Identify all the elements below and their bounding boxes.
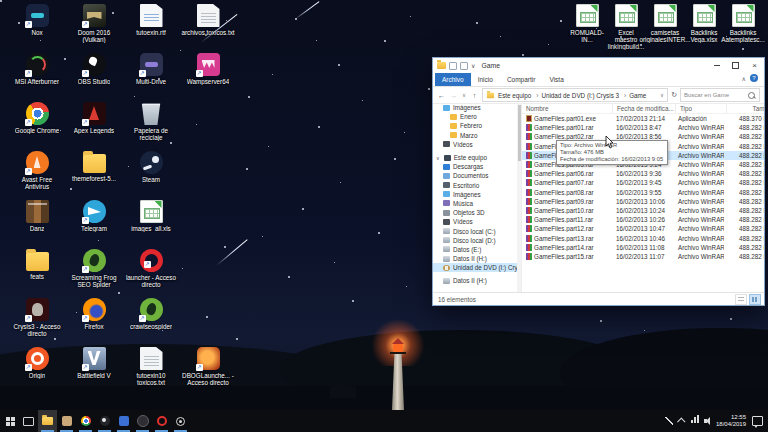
nav-item[interactable]: Datos II (H:) [433,276,521,285]
nav-item[interactable]: Disco local (C:) [433,226,521,235]
nav-item[interactable]: Documentos [433,171,521,180]
nav-item[interactable]: Vídeos [433,217,521,226]
nav-scrollbar[interactable] [517,103,521,293]
history-dropdown-icon[interactable]: ∨ [461,92,467,98]
desktop-icon[interactable]: Avast Free Antivirus [10,151,64,190]
file-row[interactable]: GameFiles.part15.rar 16/02/2013 11:07 Ar… [522,252,764,261]
chevron-down-icon[interactable]: ∨ [471,62,475,69]
desktop-icon[interactable]: tutoexin10 toxicos.txt [124,347,178,386]
desktop-icon[interactable]: Apex Legends [67,102,121,141]
desktop-icon[interactable]: Firefox [67,298,121,337]
file-row[interactable]: GameFiles.part01.rar 16/02/2013 8:47 Arc… [522,123,764,132]
desktop-icon[interactable]: Origin [10,347,64,386]
desktop-icon[interactable]: Steam [124,151,178,190]
task-view-button[interactable] [19,410,38,432]
file-row[interactable]: GameFiles.part09.rar 16/02/2013 10:06 Ar… [522,197,764,206]
desktop-icon[interactable]: Backlinks Aatemplatesc... [724,4,762,50]
desktop-icon[interactable]: camisetas originalesINTER... [646,4,684,50]
file-row[interactable]: GameFiles.part07.rar 16/02/2013 9:45 Arc… [522,178,764,187]
file-row[interactable]: GameFiles.part12.rar 16/02/2013 10:47 Ar… [522,224,764,233]
details-view-icon[interactable] [749,294,761,305]
taskbar-settings[interactable] [171,410,190,432]
taskbar-chrome[interactable] [76,410,95,432]
desktop-icon[interactable]: themeforest-5... [67,151,121,190]
desktop-icon[interactable]: Danz [10,200,64,232]
chevron-up-icon[interactable]: ∧ [742,75,746,82]
title-bar[interactable]: ∨ Game × [433,58,764,73]
nav-item[interactable]: Este equipo [433,153,521,162]
desktop-icon[interactable]: tutoexin.rtf [124,4,178,43]
nav-item[interactable]: Unidad de DVD (I:) Cry [433,263,521,272]
file-row[interactable]: GameFiles.part06.rar 16/02/2013 9:36 Arc… [522,169,764,178]
column-header-size[interactable]: Tamaño [727,103,764,113]
start-button[interactable] [0,410,19,432]
address-dropdown-icon[interactable]: ∨ [660,92,664,98]
taskbar-blue-app[interactable] [114,410,133,432]
search-input[interactable] [681,92,748,98]
desktop-icon[interactable]: Nox [10,4,64,43]
desktop-icon[interactable]: Screaming Frog SEO Spider [67,249,121,288]
desktop-icon[interactable]: Papelera de reciclaje [124,102,178,141]
desktop-icon[interactable]: Crysis3 - Acceso directo [10,298,64,337]
desktop-icon[interactable]: Backlinks Vega.xlsx [685,4,723,50]
volume-icon[interactable] [704,419,707,423]
taskbar-clock[interactable]: 12:55 18/04/2019 [716,414,746,428]
help-icon[interactable]: ? [750,74,758,82]
desktop-icon[interactable]: feats [10,249,64,288]
action-center-icon[interactable] [752,416,763,426]
nav-item[interactable]: Imágenes [433,190,521,199]
desktop-icon[interactable]: images_all.xls [124,200,178,232]
column-header-type[interactable]: Tipo [676,103,727,113]
nav-item[interactable]: Objetos 3D [433,208,521,217]
breadcrumb-item[interactable]: Game [620,92,647,99]
desktop-icon[interactable]: ROMUALD-IN... [568,4,606,50]
desktop-icon[interactable]: MSI Afterburner [10,53,64,85]
column-header-name[interactable]: Nombre [522,103,613,113]
desktop-icon[interactable]: Multi-Drive [124,53,178,85]
minimize-button[interactable] [707,58,726,73]
file-row[interactable]: GameFiles.part08.rar 16/02/2013 9:55 Arc… [522,188,764,197]
desktop-icon[interactable]: archivos toxicos.txt [181,4,235,43]
taskbar-nox[interactable] [57,410,76,432]
breadcrumb[interactable]: Este equipo Unidad de DVD (I:) Crysis 3 … [482,88,668,102]
ribbon-tab[interactable]: Inicio [471,73,500,86]
desktop-icon[interactable]: Google Chrome [10,102,64,141]
ribbon-tab[interactable]: Archivo [435,73,471,86]
nav-item[interactable]: Marzo [433,131,521,140]
taskbar-opera[interactable] [152,410,171,432]
tray-chevron-up-icon[interactable] [677,417,685,425]
nav-item[interactable]: Escritorio [433,181,521,190]
breadcrumb-item[interactable]: Este equipo [497,92,532,99]
desktop-icon[interactable]: crawlseospider [124,298,178,337]
file-row[interactable]: GameFiles.part14.rar 16/02/2013 11:08 Ar… [522,243,764,252]
file-row[interactable]: GameFiles.part13.rar 16/02/2013 10:46 Ar… [522,233,764,242]
nav-item[interactable]: Enero [433,112,521,121]
file-row[interactable]: GameFiles.part11.rar 16/02/2013 10:26 Ar… [522,215,764,224]
list-view-icon[interactable] [735,294,747,305]
breadcrumb-item[interactable]: Unidad de DVD (I:) Crysis 3 [532,92,620,99]
quick-access-button[interactable] [460,62,468,70]
column-header-date[interactable]: Fecha de modifica... [613,103,676,113]
maximize-button[interactable] [726,58,745,73]
taskbar-file-explorer[interactable] [38,410,57,432]
desktop-icon[interactable]: Telegram [67,200,121,232]
quick-access-button[interactable] [449,62,457,70]
nav-item[interactable]: Vídeos [433,140,521,149]
close-button[interactable]: × [745,58,764,73]
nav-item[interactable]: Música [433,199,521,208]
desktop-icon[interactable]: DBOGLaunche... - Acceso directo [181,347,235,386]
back-button[interactable]: ← [437,92,446,99]
desktop-icon[interactable]: Doom 2016 (Vulkan) [67,4,121,43]
file-row[interactable]: GameFiles.part10.rar 16/02/2013 10:24 Ar… [522,206,764,215]
nav-item[interactable]: Disco local (D:) [433,236,521,245]
refresh-icon[interactable]: ↻ [671,91,677,99]
ribbon-tab[interactable]: Compartir [500,73,543,86]
nav-item[interactable]: Datos (E:) [433,245,521,254]
taskbar-obs[interactable] [95,410,114,432]
up-button[interactable]: ↑ [470,92,479,99]
desktop-icon[interactable]: Battlefield V [67,347,121,386]
tray-pen-icon[interactable] [665,417,673,425]
network-icon[interactable] [691,420,693,423]
desktop-icon[interactable]: Excel maestro linkingbuild... [607,4,645,50]
nav-item[interactable]: Datos II (H:) [433,254,521,263]
